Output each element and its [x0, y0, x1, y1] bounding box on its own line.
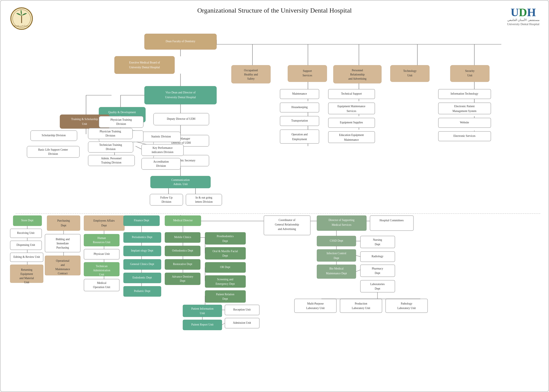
svg-text:Statistic Division: Statistic Division — [151, 135, 171, 138]
svg-text:Deputy Director of UDH: Deputy Director of UDH — [167, 117, 195, 120]
svg-text:Purchasing: Purchasing — [56, 246, 69, 249]
svg-text:Laboratory Unit: Laboratory Unit — [352, 307, 370, 310]
dean-box: Dean Faculty of Dentistry — [166, 40, 195, 43]
svg-text:Maintenance: Maintenance — [55, 268, 70, 271]
svg-text:Division: Division — [106, 134, 115, 137]
svg-rect-263 — [294, 299, 336, 313]
svg-text:Implant ology Dept: Implant ology Dept — [131, 249, 154, 252]
svg-rect-102 — [99, 116, 143, 128]
svg-text:Advance Dentistry: Advance Dentistry — [172, 275, 193, 278]
svg-rect-266 — [340, 299, 382, 313]
svg-text:Website: Website — [460, 121, 469, 124]
svg-text:University Dental Hospital: University Dental Hospital — [129, 66, 160, 69]
svg-text:Technician Training: Technician Training — [99, 143, 122, 146]
svg-text:Infection Control: Infection Control — [327, 252, 346, 255]
svg-text:Unit: Unit — [407, 74, 413, 77]
svg-text:Dept: Dept — [375, 272, 380, 275]
svg-rect-239 — [317, 216, 366, 231]
svg-text:Operation Unit: Operation Unit — [93, 286, 110, 289]
svg-rect-257 — [360, 265, 395, 277]
logo-left: بجامعة أم القرى والحفاظ — [10, 7, 34, 31]
svg-text:Housekeeping: Housekeeping — [291, 106, 308, 109]
page: بجامعة أم القرى والحفاظ Organizational S… — [0, 0, 549, 392]
svg-rect-83 — [186, 194, 222, 205]
svg-text:Equipment Maintenance: Equipment Maintenance — [337, 105, 365, 108]
svg-text:University Dental Hospital: University Dental Hospital — [165, 96, 196, 99]
svg-text:Contract: Contract — [58, 272, 68, 275]
svg-text:Equipment Supplies: Equipment Supplies — [340, 121, 363, 124]
svg-text:CSSD Dept: CSSD Dept — [330, 239, 343, 242]
svg-text:General Clinics Dept: General Clinics Dept — [130, 263, 154, 266]
svg-text:Dept: Dept — [334, 257, 339, 260]
svg-text:Dispensing Unit: Dispensing Unit — [16, 243, 35, 246]
udh-subtitle-english: University Dental Hospital — [507, 22, 539, 26]
svg-text:Equipment: Equipment — [20, 273, 33, 276]
svg-text:Laboratories: Laboratories — [370, 283, 385, 286]
svg-rect-80 — [150, 194, 183, 205]
svg-text:Follow Up: Follow Up — [160, 196, 173, 199]
svg-line-303 — [356, 270, 360, 272]
svg-text:Electronic Services: Electronic Services — [453, 134, 476, 137]
svg-text:Electronic Patient: Electronic Patient — [454, 105, 475, 108]
svg-text:Key Performance: Key Performance — [153, 146, 173, 149]
svg-rect-96 — [142, 158, 181, 169]
svg-text:Operation and: Operation and — [291, 133, 308, 136]
svg-rect-209 — [165, 273, 200, 285]
svg-text:and: and — [61, 264, 65, 267]
svg-text:Unit: Unit — [99, 273, 104, 276]
svg-text:Production: Production — [355, 302, 367, 305]
svg-rect-77 — [151, 176, 210, 188]
svg-text:Physician Training: Physician Training — [110, 118, 132, 121]
svg-text:Quality & Development: Quality & Development — [108, 111, 136, 114]
svg-text:Relationship: Relationship — [350, 73, 365, 76]
svg-text:Finance Dept: Finance Dept — [134, 219, 149, 222]
svg-rect-242 — [370, 216, 413, 231]
svg-text:Admin. Personnel: Admin. Personnel — [101, 157, 122, 160]
svg-text:Dept: Dept — [222, 254, 228, 257]
svg-text:Multi-Purpose: Multi-Purpose — [307, 302, 324, 305]
svg-text:Mobile Clinics: Mobile Clinics — [174, 236, 191, 239]
svg-text:Dept: Dept — [101, 224, 107, 227]
svg-text:Resources Unit: Resources Unit — [93, 241, 111, 244]
svg-rect-54 — [288, 65, 327, 82]
svg-text:Unit: Unit — [200, 312, 205, 315]
svg-text:Admission Unit: Admission Unit — [233, 321, 251, 324]
svg-text:Support: Support — [303, 69, 312, 72]
svg-text:and Advertising: and Advertising — [348, 77, 367, 80]
svg-rect-177 — [84, 234, 119, 246]
svg-text:Maintenance Dept: Maintenance Dept — [326, 272, 347, 275]
svg-text:Receiving Unit: Receiving Unit — [17, 231, 34, 234]
svg-text:Technican: Technican — [96, 265, 108, 268]
svg-rect-226 — [183, 305, 222, 317]
svg-text:Division: Division — [106, 148, 116, 151]
svg-rect-215 — [205, 247, 246, 259]
svg-text:Maintenance: Maintenance — [292, 92, 307, 95]
org-chart-svg: .bt { fill:#c8a97a; stroke:#b8946a; } .b… — [7, 17, 544, 377]
svg-text:Pathology: Pathology — [401, 302, 413, 305]
svg-text:Scholarship Division: Scholarship Division — [42, 134, 66, 137]
svg-text:Personnel: Personnel — [352, 69, 363, 72]
svg-text:Hospital Committees: Hospital Committees — [380, 219, 404, 222]
udh-logo: UDH — [511, 7, 536, 18]
svg-text:Purchasing: Purchasing — [57, 219, 70, 222]
svg-text:Restorative Dept: Restorative Dept — [173, 263, 192, 266]
svg-text:Exective Medical Board of: Exective Medical Board of — [129, 61, 160, 64]
svg-text:Dept: Dept — [222, 240, 228, 243]
svg-rect-223 — [205, 290, 246, 302]
svg-text:Medical Director: Medical Director — [173, 219, 193, 222]
svg-text:Services: Services — [347, 110, 356, 113]
svg-text:Editing & Review Unit: Editing & Review Unit — [13, 255, 40, 258]
svg-text:General Relationship: General Relationship — [275, 223, 299, 226]
svg-text:Training & Scholarship: Training & Scholarship — [71, 118, 98, 121]
svg-text:Coordinator of: Coordinator of — [279, 219, 296, 222]
svg-text:Vice Dean and Director of: Vice Dean and Director of — [166, 91, 196, 94]
svg-text:Transportation: Transportation — [291, 119, 308, 122]
svg-text:Management System: Management System — [452, 110, 477, 113]
svg-text:Dept: Dept — [180, 279, 186, 282]
svg-text:Administration: Administration — [93, 269, 110, 272]
svg-text:Screening and: Screening and — [217, 278, 233, 281]
svg-text:Emergency Dept: Emergency Dept — [216, 282, 235, 285]
svg-rect-47 — [115, 56, 175, 74]
svg-rect-64 — [450, 65, 489, 82]
svg-text:Security: Security — [465, 69, 475, 72]
